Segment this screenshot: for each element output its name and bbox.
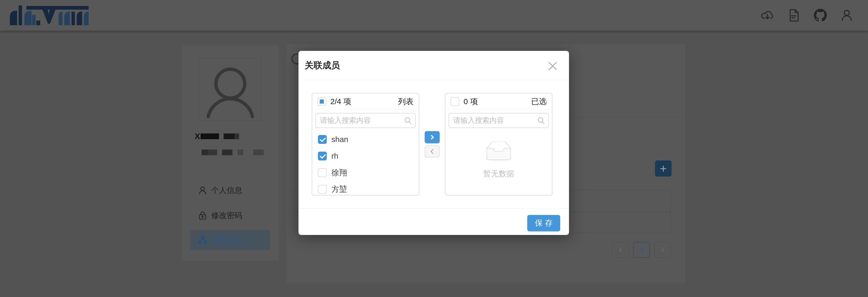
item-label: 徐翔 — [331, 167, 347, 178]
source-search — [315, 113, 415, 128]
select-all-checkbox[interactable] — [317, 97, 326, 106]
pagination-prev-button[interactable] — [612, 242, 629, 258]
transfer-target-panel: 0 项 已选 暂无数据 — [445, 93, 552, 195]
pagination-page-1[interactable]: 1 — [633, 242, 650, 258]
redacted-block — [208, 150, 217, 155]
select-all-checkbox[interactable] — [451, 97, 459, 106]
item-checkbox[interactable] — [318, 152, 327, 160]
transfer-source-list: shan rh 徐翔 方堃 — [312, 131, 419, 195]
item-checkbox[interactable] — [318, 168, 327, 177]
selected-count: 0 项 — [464, 96, 478, 107]
organization-icon — [198, 236, 207, 244]
sidebar-item-label: 修改密码 — [211, 210, 242, 221]
search-icon — [537, 116, 545, 125]
move-right-button[interactable] — [425, 131, 440, 143]
user-icon — [198, 186, 207, 195]
item-checkbox[interactable] — [318, 135, 327, 144]
profile-text-fragment: X — [194, 133, 200, 139]
redacted-block — [253, 150, 264, 155]
transfer-item-shan[interactable]: shan — [312, 131, 419, 148]
top-navbar — [0, 0, 868, 31]
user-icon[interactable] — [840, 8, 854, 22]
empty-state: 暂无数据 — [445, 141, 552, 179]
associate-members-modal: 关联成员 2/4 项 列表 shan — [299, 51, 569, 235]
modal-header: 关联成员 — [299, 51, 569, 80]
empty-inbox-icon — [482, 141, 516, 163]
redacted-block — [200, 133, 219, 139]
transfer-item-rh[interactable]: rh — [312, 148, 419, 164]
item-label: shan — [331, 135, 348, 144]
transfer-target-header: 0 项 已选 — [445, 93, 552, 110]
redacted-block — [235, 133, 239, 139]
redacted-block — [238, 150, 243, 155]
modal-title: 关联成员 — [305, 59, 340, 72]
sidebar-item-label: 我的组织 — [211, 235, 242, 245]
panel-title: 列表 — [398, 96, 413, 107]
navbar-actions — [761, 8, 854, 22]
item-checkbox[interactable] — [318, 185, 327, 194]
screen: X 个人信息 — [0, 0, 868, 297]
chevron-left-icon — [430, 149, 435, 154]
item-label: rh — [331, 152, 338, 160]
chevron-left-icon — [619, 247, 624, 252]
avatar — [199, 58, 261, 120]
add-member-button[interactable]: + — [655, 160, 672, 177]
item-label: 方堃 — [331, 184, 347, 195]
file-text-icon[interactable] — [787, 8, 801, 22]
avatar-person-icon — [199, 58, 261, 120]
source-search-input[interactable] — [315, 113, 415, 128]
pagination-next-button[interactable] — [654, 242, 671, 258]
davinci-logo — [9, 4, 90, 26]
save-button[interactable]: 保 存 — [527, 215, 560, 231]
chevron-right-icon — [429, 135, 434, 139]
redacted-username: X — [194, 133, 239, 139]
redacted-email — [202, 149, 264, 156]
move-left-button-disabled[interactable] — [425, 145, 440, 158]
chevron-right-icon — [659, 247, 664, 252]
close-icon[interactable] — [548, 61, 558, 71]
transfer-item-fangkun[interactable]: 方堃 — [312, 181, 419, 195]
github-icon[interactable] — [814, 8, 827, 22]
redacted-block — [224, 133, 235, 139]
redacted-block — [222, 150, 232, 155]
profile-card: X 个人信息 — [182, 46, 279, 261]
target-search — [448, 113, 549, 128]
redacted-block — [202, 150, 208, 155]
pagination: 1 — [612, 242, 671, 258]
empty-text: 暂无数据 — [445, 168, 552, 179]
sidebar-item-change-password[interactable]: 修改密码 — [190, 205, 270, 225]
modal-footer: 保 存 — [299, 208, 569, 235]
target-search-input[interactable] — [448, 113, 549, 128]
search-icon — [404, 116, 412, 125]
sidebar-item-label: 个人信息 — [211, 185, 242, 196]
transfer-item-xuxiang[interactable]: 徐翔 — [312, 164, 419, 181]
lock-icon — [198, 211, 207, 220]
sidebar-item-personal-info[interactable]: 个人信息 — [190, 180, 270, 200]
transfer-source-panel: 2/4 项 列表 shan rh — [312, 93, 419, 195]
cloud-download-icon[interactable] — [761, 8, 774, 22]
sidebar-item-my-organization[interactable]: 我的组织 — [190, 230, 270, 250]
transfer-source-header: 2/4 项 列表 — [312, 93, 419, 110]
selected-count: 2/4 项 — [330, 96, 351, 107]
panel-title: 已选 — [531, 96, 547, 107]
